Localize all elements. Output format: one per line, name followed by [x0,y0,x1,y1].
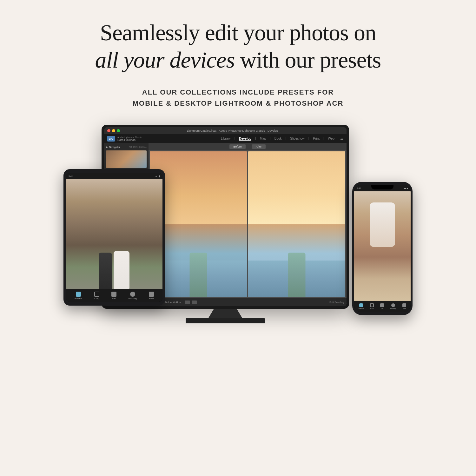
woman-portrait-figure [370,202,395,247]
heal-label: Heal [149,297,154,300]
tab-print[interactable]: Print [313,137,320,141]
ipad-tool-heal[interactable]: Heal [149,292,154,300]
main-title: Seamlessly edit your photos on all your … [48,19,428,74]
before-after-label: Before & After... [165,301,183,304]
ipad-tool-edit[interactable]: Edit [111,292,116,300]
lr-tabs: Library | Develop | Map | Book | Slidesh… [221,137,343,141]
ipad-statusbar: 9:41 ▲ ▮ [66,173,162,179]
lr-logo-icon: LrC [107,136,115,142]
lr-before-after-bar: Before After [149,143,347,150]
titlebar-text: Lightroom Catalog.lrcat - Adobe Photosho… [122,129,343,132]
ipad-screen: 9:41 ▲ ▮ Presets [66,173,162,302]
close-dot-icon [107,129,110,132]
iphone-body: 9:41 ●●● Presets Crop [352,182,413,315]
title-line2: with our presets [240,47,381,73]
iphone-crop-label: Crop [370,307,374,309]
woman-body-after [288,253,306,297]
iphone-tool-crop[interactable]: Crop [370,303,374,309]
navigator-title: ▶ Navigator FIT 100% 200% 4 [106,146,147,149]
iphone-tool-presets[interactable]: Presets [359,303,364,309]
iphone-signal-icon: ●●● [404,187,408,190]
iphone-time: 9:41 [357,187,361,189]
ipad-time: 9:41 [69,175,73,177]
iphone-tool-masking[interactable]: Masking [390,303,396,309]
crop-icon [94,292,99,297]
subtitle-line1: ALL OUR COLLECTIONS INCLUDE PRESETS FOR [142,88,334,96]
subtitle: ALL OUR COLLECTIONS INCLUDE PRESETS FOR … [48,87,428,109]
ipad-body: 9:41 ▲ ▮ Presets [63,169,165,306]
tab-develop[interactable]: Develop [239,137,251,141]
subtitle-line2: MOBILE & DESKTOP LIGHTROOM & PHOTOSHOP A… [133,99,344,107]
iphone-masking-icon [391,303,395,307]
woman-figure-before [190,253,207,297]
after-image [248,151,345,297]
devices-container: Lightroom Catalog.lrcat - Adobe Photosho… [63,125,413,394]
iphone-screen: 9:41 ●●● Presets Crop [354,185,411,312]
groom-figure [99,253,112,289]
lr-preview [106,150,147,168]
ipad-toolbar: Presets Crop Edit Masking [66,289,162,302]
iphone-toolbar: Presets Crop Edit Masking [354,301,411,312]
iphone-tool-heal[interactable]: Heal [402,303,406,309]
cloud-icon: ☁ [340,137,343,141]
iphone-presets-label: Presets [359,307,364,309]
ipad-tool-masking[interactable]: Masking [129,292,137,300]
minimize-dot-icon [112,129,115,132]
nav-prev-icon[interactable] [185,301,190,304]
ipad-tool-crop[interactable]: Crop [94,292,99,300]
ipad-wifi-icon: ▲ [155,175,157,178]
crop-label: Crop [94,297,99,300]
tab-book[interactable]: Book [274,137,282,141]
iphone-notch [371,185,393,189]
tab-slideshow[interactable]: Slideshow [290,137,305,141]
iphone-photo [354,191,411,301]
tab-map[interactable]: Map [260,137,266,141]
before-button[interactable]: Before [229,144,246,149]
presets-icon [76,292,81,297]
iphone-tool-edit[interactable]: Edit [380,303,384,309]
iphone-edit-label: Edit [381,307,384,309]
edit-icon [111,292,116,297]
tab-web[interactable]: Web [328,137,334,141]
after-button[interactable]: After [252,144,266,149]
lr-app-name: Adobe Lightroom Classic [117,136,142,138]
ipad-photo [66,179,162,289]
bride-figure [114,251,129,289]
monitor-stand [206,309,244,318]
presets-label: Presets [75,297,82,300]
header-section: Seamlessly edit your photos on all your … [48,0,428,115]
wedding-couple [81,201,148,289]
monitor-titlebar: Lightroom Catalog.lrcat - Adobe Photosho… [104,127,347,134]
iphone-crop-icon [370,303,374,307]
tab-library[interactable]: Library [221,137,231,141]
iphone-heal-label: Heal [403,307,406,309]
masking-label: Masking [129,297,137,300]
edit-label: Edit [112,297,116,300]
iphone-edit-icon [380,303,384,307]
woman-body-before [190,253,207,297]
lr-images-area [149,150,347,298]
sky-after [248,151,345,224]
iphone-heal-icon [402,303,406,307]
lr-content: Before After [149,143,347,306]
masking-icon [130,292,135,297]
monitor-base [186,318,265,323]
ipad-device: 9:41 ▲ ▮ Presets [63,169,165,306]
title-line1: Seamlessly edit your photos on [100,20,376,45]
iphone-presets-icon [359,303,363,307]
lr-user-name: Sara Houlihan [117,138,142,142]
iphone-device: 9:41 ●●● Presets Crop [352,182,413,315]
iphone-masking-label: Masking [390,307,396,309]
lr-top-nav: LrC Adobe Lightroom Classic Sara Houliha… [104,134,347,143]
nav-next-icon[interactable] [192,301,197,304]
soft-proofing-label: Soft Proofing [329,301,344,304]
ipad-battery-icon: ▮ [159,175,160,178]
ipad-tool-presets[interactable]: Presets [75,292,82,300]
title-italic: all your devices [95,47,235,73]
woman-figure-after [288,253,306,297]
lr-bottom-bar: Before & After... Soft Proofing [149,298,347,306]
heal-icon [149,292,154,297]
maximize-dot-icon [117,129,120,132]
